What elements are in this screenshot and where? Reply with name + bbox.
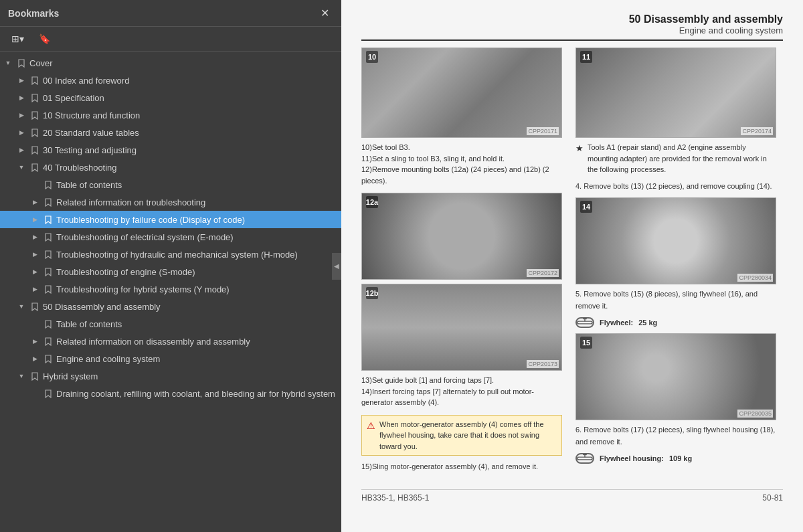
expander-hybrid[interactable]	[29, 286, 40, 292]
doc-image-flywheel: 15 CPP280035	[575, 333, 776, 420]
bookmark-icon-troubleshoot	[29, 163, 40, 172]
warning-icon: ⚠	[367, 419, 375, 433]
housing-weight-box: Flywheel housing: 109 kg	[575, 453, 776, 464]
expander-related40[interactable]	[29, 199, 40, 205]
tree-container[interactable]: Cover00 Index and foreword01 Specificati…	[0, 52, 341, 532]
img-label-11: CPP20174	[741, 127, 773, 135]
bookmark-icon-structure	[29, 111, 40, 120]
expander-index[interactable]	[16, 77, 27, 84]
expander-structure[interactable]	[16, 112, 27, 118]
label-toc50: Table of contents	[56, 319, 336, 329]
tree-item-disassembly[interactable]: 50 Disassembly and assembly	[0, 298, 341, 315]
layout-button[interactable]: ⊞▾	[7, 31, 29, 47]
tree-item-draining[interactable]: Draining coolant, refilling with coolant…	[0, 385, 341, 402]
footer-right: 50-81	[762, 493, 783, 503]
step-6: 6. Remove bolts (17) (12 pieces), sling …	[575, 424, 776, 448]
tree-item-troubleshoot[interactable]: 40 Troubleshooting	[0, 159, 341, 176]
tree-item-electrical[interactable]: Troubleshooting of electrical system (E-…	[0, 228, 341, 246]
tree-item-spec[interactable]: 01 Specification	[0, 89, 341, 106]
caption-left-1: 10)Set tool B3. 11)Set a sling to tool B…	[361, 142, 562, 186]
expander-engine[interactable]	[29, 268, 40, 275]
doc-image-12a: 12a CPP20172	[361, 193, 562, 280]
housing-sling-icon	[575, 453, 594, 464]
bookmark-icon-engine	[43, 268, 54, 276]
tree-item-structure[interactable]: 10 Structure and function	[0, 106, 341, 124]
expander-troubleshoot[interactable]	[16, 164, 27, 171]
flywheel-weight-box: Flywheel: 25 kg	[575, 317, 776, 328]
expander-cover[interactable]	[3, 60, 13, 66]
expander-disassembly[interactable]	[16, 303, 27, 310]
doc-image-12b: 12b CPP20173	[361, 284, 562, 371]
panel-title: Bookmarks	[8, 8, 59, 19]
svg-rect-2	[577, 458, 592, 460]
tree-item-standard[interactable]: 20 Standard value tables	[0, 124, 341, 141]
img-number-11: 11	[580, 51, 592, 63]
expander-failurecode[interactable]	[29, 216, 40, 223]
expander-hydraulic[interactable]	[29, 251, 40, 258]
step-5: 5. Remove bolts (15) (8 pieces), sling f…	[575, 288, 776, 312]
label-enginecooling: Engine and cooling system	[56, 354, 336, 364]
tree-item-related50[interactable]: Related information on disassembly and a…	[0, 333, 341, 350]
tree-item-toc50[interactable]: Table of contents	[0, 315, 341, 333]
img-label-12a: CPP20172	[527, 269, 559, 277]
bookmark-button[interactable]: 🔖	[34, 31, 55, 47]
collapse-handle[interactable]: ◀	[332, 253, 341, 280]
tree-item-index[interactable]: 00 Index and foreword	[0, 72, 341, 89]
label-engine: Troubleshooting of engine (S-mode)	[56, 267, 336, 277]
caption-left-2: 13)Set guide bolt [1] and forcing taps […	[361, 375, 562, 408]
expander-enginecooling[interactable]	[29, 355, 40, 362]
expander-hybridsystem[interactable]	[16, 373, 27, 379]
document-panel: 50 Disassembly and assembly Engine and c…	[341, 0, 803, 532]
svg-rect-0	[577, 321, 592, 324]
bookmark-icon-toc40	[43, 181, 54, 189]
doc-image-10: 10 CPP20171	[361, 48, 562, 138]
img-label-coupling: CPP280034	[737, 274, 773, 282]
label-cover: Cover	[29, 58, 336, 68]
expander-spec[interactable]	[16, 94, 27, 101]
tree-item-failurecode[interactable]: Troubleshooting by failure code (Display…	[0, 211, 341, 228]
label-related50: Related information on disassembly and a…	[56, 337, 336, 347]
doc-note: ★ Tools A1 (repair stand) and A2 (engine…	[575, 142, 776, 175]
expander-testing[interactable]	[16, 147, 27, 153]
label-structure: 10 Structure and function	[43, 110, 336, 120]
img-number-12a: 12a	[366, 196, 378, 208]
warning-text: When motor-generator assembly (4) comes …	[379, 419, 557, 452]
tree-item-testing[interactable]: 30 Testing and adjusting	[0, 141, 341, 159]
tree-item-related40[interactable]: Related information on troubleshooting	[0, 193, 341, 211]
step-4: 4. Remove bolts (13) (12 pieces), and re…	[575, 181, 776, 193]
tree-item-engine[interactable]: Troubleshooting of engine (S-mode)	[0, 263, 341, 280]
tree-item-hybridsystem[interactable]: Hybrid system	[0, 367, 341, 385]
tree-item-hybrid[interactable]: Troubleshooting for hybrid systems (Y mo…	[0, 280, 341, 298]
sling-icon	[575, 317, 594, 328]
bookmark-icon-disassembly	[29, 302, 40, 311]
bookmarks-panel: Bookmarks ✕ ⊞▾ 🔖 Cover00 Index and forew…	[0, 0, 341, 532]
doc-main-title: 50 Disassembly and assembly	[361, 13, 783, 25]
label-spec: 01 Specification	[43, 93, 336, 103]
label-related40: Related information on troubleshooting	[56, 197, 336, 207]
bookmark-icon-electrical	[43, 233, 54, 242]
bookmark-icon-related50	[43, 337, 54, 346]
tree-item-hydraulic[interactable]: Troubleshooting of hydraulic and mechani…	[0, 246, 341, 263]
close-button[interactable]: ✕	[317, 5, 333, 21]
bookmark-icon-related40	[43, 198, 54, 207]
expander-related50[interactable]	[29, 338, 40, 345]
label-electrical: Troubleshooting of electrical system (E-…	[56, 232, 336, 242]
expander-electrical[interactable]	[29, 234, 40, 240]
tree-item-enginecooling[interactable]: Engine and cooling system	[0, 350, 341, 367]
doc-right-col: 11 CPP20174 ★ Tools A1 (repair stand) an…	[575, 48, 776, 479]
toolbar: ⊞▾ 🔖	[0, 27, 341, 52]
housing-label: Flywheel housing:	[600, 454, 664, 462]
bookmark-icon-testing	[29, 146, 40, 155]
flywheel-label: Flywheel:	[600, 319, 633, 327]
doc-header: 50 Disassembly and assembly Engine and c…	[361, 13, 783, 41]
warning-box: ⚠ When motor-generator assembly (4) come…	[361, 415, 562, 456]
tree-item-cover[interactable]: Cover	[0, 54, 341, 72]
label-troubleshoot: 40 Troubleshooting	[43, 163, 336, 173]
expander-standard[interactable]	[16, 129, 27, 136]
housing-weight: 109 kg	[669, 454, 692, 462]
tree-item-toc40[interactable]: Table of contents	[0, 176, 341, 193]
footer-left: HB335-1, HB365-1	[361, 493, 429, 503]
img-label-12b: CPP20173	[527, 360, 559, 368]
label-hybrid: Troubleshooting for hybrid systems (Y mo…	[56, 284, 336, 294]
bookmark-icon-index	[29, 76, 40, 85]
